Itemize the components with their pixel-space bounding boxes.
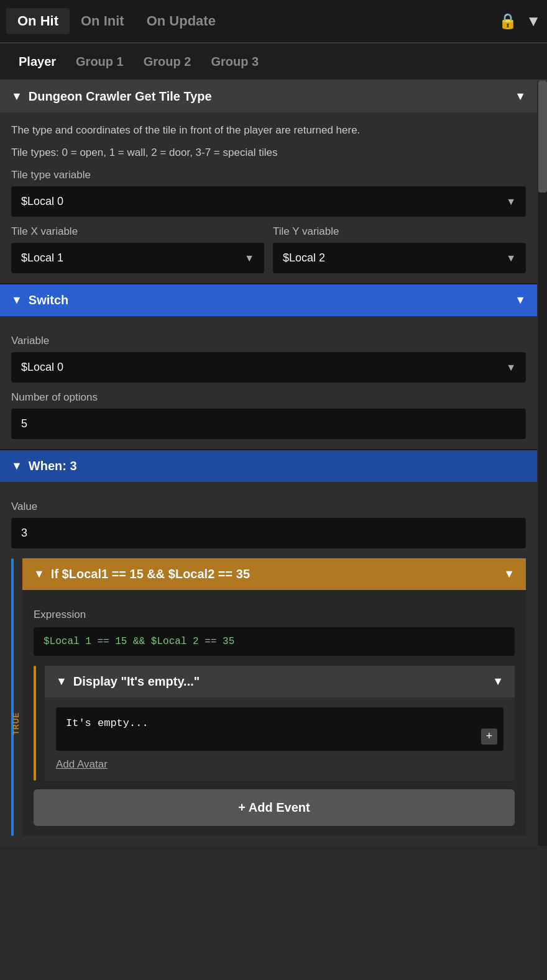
if-section-header[interactable]: ▼ If $Local1 == 15 && $Local2 == 35 ▼ — [22, 558, 526, 590]
add-event-button[interactable]: + Add Event — [34, 789, 515, 826]
add-avatar-link[interactable]: Add Avatar — [56, 758, 108, 771]
tile-xy-row: Tile X variable $Local 1 ▼ Tile Y variab… — [11, 217, 526, 273]
when-title: When: 3 — [29, 459, 77, 473]
switch-variable-label: Variable — [11, 335, 526, 347]
tile-type-label: Tile type variable — [11, 169, 526, 181]
tile-y-value: $Local 2 — [283, 252, 325, 265]
true-label: TRUE — [12, 712, 21, 735]
tile-y-col: Tile Y variable $Local 2 ▼ — [273, 217, 526, 273]
if-section-body: Expression $Local 1 == 15 && $Local 2 ==… — [22, 590, 526, 836]
when-section-header[interactable]: ▼ When: 3 — [0, 450, 537, 482]
expression-label: Expression — [34, 609, 515, 621]
if-header-left: ▼ If $Local1 == 15 && $Local2 == 35 — [34, 567, 250, 581]
dungeon-section-header[interactable]: ▼ Dungeon Crawler Get Tile Type ▼ — [0, 81, 537, 112]
tab-on-update[interactable]: On Update — [136, 8, 227, 34]
display-title: Display "It's empty..." — [73, 674, 200, 689]
tile-x-col: Tile X variable $Local 1 ▼ — [11, 217, 264, 273]
display-left-border — [34, 666, 36, 781]
dungeon-chevron: ▼ — [11, 90, 22, 103]
tile-type-arrow: ▼ — [506, 196, 516, 207]
when-header-left: ▼ When: 3 — [11, 459, 77, 473]
display-header-left: ▼ Display "It's empty..." — [56, 674, 200, 689]
dropdown-icon[interactable]: ▼ — [526, 12, 541, 30]
tile-y-label: Tile Y variable — [273, 225, 526, 238]
tile-x-value: $Local 1 — [21, 252, 63, 265]
scrollbar-track[interactable] — [538, 81, 547, 846]
display-header-chevron-right: ▼ — [492, 675, 503, 688]
switch-chevron: ▼ — [11, 294, 22, 307]
switch-title: Switch — [29, 293, 68, 307]
dungeon-desc1: The type and coordinates of the tile in … — [11, 122, 526, 138]
dungeon-desc2: Tile types: 0 = open, 1 = wall, 2 = door… — [11, 145, 526, 161]
tab-on-hit[interactable]: On Hit — [6, 8, 70, 34]
tile-x-arrow: ▼ — [244, 253, 254, 264]
display-chevron: ▼ — [56, 675, 67, 688]
dungeon-section-body: The type and coordinates of the tile in … — [0, 112, 537, 283]
tile-type-value: $Local 0 — [21, 195, 63, 208]
subtab-group1[interactable]: Group 1 — [66, 51, 134, 73]
subtab-player[interactable]: Player — [9, 51, 66, 73]
tab-bar: On Hit On Init On Update 🔒 ▼ — [0, 0, 547, 43]
dungeon-header-left: ▼ Dungeon Crawler Get Tile Type — [11, 89, 212, 104]
if-outer-container: ▼ If $Local1 == 15 && $Local2 == 35 ▼ Ex… — [11, 558, 526, 836]
tile-type-dropdown[interactable]: $Local 0 ▼ — [11, 186, 526, 217]
main-content: ▼ Dungeon Crawler Get Tile Type ▼ The ty… — [0, 81, 547, 846]
subtab-group2[interactable]: Group 2 — [134, 51, 201, 73]
lock-icon[interactable]: 🔒 — [499, 12, 517, 30]
display-text-area: It's empty... + — [56, 707, 503, 751]
subtab-group3[interactable]: Group 3 — [201, 51, 269, 73]
switch-section-body: Variable $Local 0 ▼ Number of options 5 — [0, 316, 537, 449]
switch-variable-dropdown[interactable]: $Local 0 ▼ — [11, 352, 526, 383]
display-section-header[interactable]: ▼ Display "It's empty..." ▼ — [45, 666, 515, 697]
tab-on-init[interactable]: On Init — [70, 8, 136, 34]
dungeon-header-chevron-right: ▼ — [515, 90, 526, 103]
when-chevron: ▼ — [11, 460, 22, 473]
when-value: 3 — [11, 518, 526, 548]
scrollbar-thumb[interactable] — [538, 81, 547, 193]
switch-options-label: Number of options — [11, 391, 526, 404]
tab-icons: 🔒 ▼ — [499, 12, 541, 30]
when-section-body: Value 3 ▼ If $Local1 == 15 && $Local2 ==… — [0, 482, 537, 846]
switch-options-value: 5 — [11, 409, 526, 439]
tile-x-label: Tile X variable — [11, 225, 264, 238]
code-span: $Local 1 == 15 && $Local 2 == 35 — [44, 636, 234, 647]
tile-y-arrow: ▼ — [506, 253, 516, 264]
switch-variable-arrow: ▼ — [506, 362, 516, 373]
display-plus-button[interactable]: + — [481, 728, 497, 745]
if-left-border — [11, 558, 14, 836]
if-chevron: ▼ — [34, 568, 45, 581]
dungeon-title: Dungeon Crawler Get Tile Type — [29, 89, 212, 104]
if-header-chevron-right: ▼ — [503, 568, 515, 581]
expression-code: $Local 1 == 15 && $Local 2 == 35 — [34, 627, 515, 656]
if-title: If $Local1 == 15 && $Local2 == 35 — [51, 567, 250, 581]
tile-y-dropdown[interactable]: $Local 2 ▼ — [273, 243, 526, 273]
display-content: It's empty... — [66, 717, 149, 729]
display-outer-container: TRUE ▼ Display "It's empty..." ▼ — [34, 666, 515, 781]
if-inner: ▼ If $Local1 == 15 && $Local2 == 35 ▼ Ex… — [22, 558, 526, 836]
display-inner: ▼ Display "It's empty..." ▼ It's empty..… — [45, 666, 515, 781]
subtab-bar: Player Group 1 Group 2 Group 3 — [0, 43, 547, 81]
tile-x-dropdown[interactable]: $Local 1 ▼ — [11, 243, 264, 273]
switch-header-left: ▼ Switch — [11, 293, 68, 307]
when-value-label: Value — [11, 501, 526, 513]
switch-section-header[interactable]: ▼ Switch ▼ — [0, 284, 537, 316]
display-section-body: It's empty... + Add Avatar — [45, 697, 515, 781]
switch-variable-value: $Local 0 — [21, 361, 63, 374]
switch-header-chevron-right: ▼ — [515, 294, 526, 307]
